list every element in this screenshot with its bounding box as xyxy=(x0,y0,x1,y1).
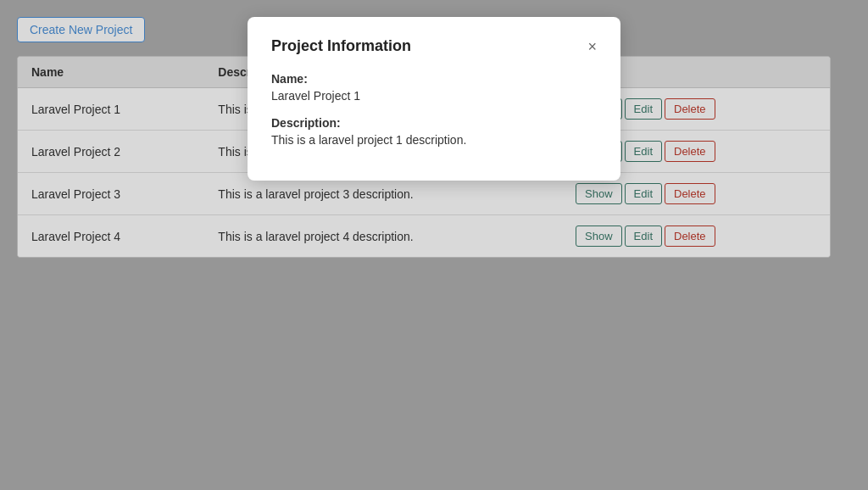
modal-title: Project Information xyxy=(271,37,411,55)
modal-name-field: Name: Laravel Project 1 xyxy=(271,72,597,103)
modal-close-button[interactable]: × xyxy=(587,39,597,54)
modal-name-value: Laravel Project 1 xyxy=(271,89,597,103)
modal-name-label: Name: xyxy=(271,72,597,86)
modal-description-field: Description: This is a laravel project 1… xyxy=(271,116,597,147)
modal-description-label: Description: xyxy=(271,116,597,130)
project-info-modal: Project Information × Name: Laravel Proj… xyxy=(248,17,620,181)
modal-description-value: This is a laravel project 1 description. xyxy=(271,133,597,147)
modal-header: Project Information × xyxy=(271,37,597,55)
modal-overlay[interactable]: Project Information × Name: Laravel Proj… xyxy=(0,0,868,490)
